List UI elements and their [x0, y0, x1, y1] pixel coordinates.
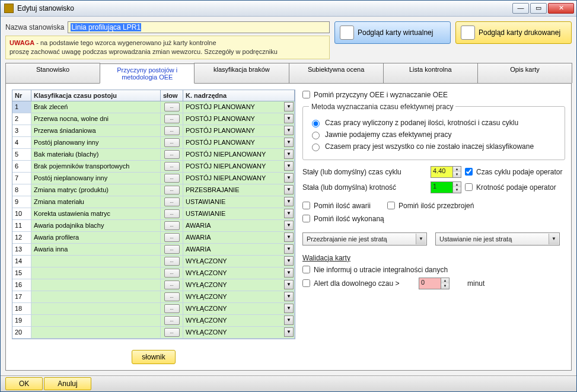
table-row[interactable]: 15...WYŁĄCZONY▼ — [12, 267, 295, 279]
dict-pick-button[interactable]: ... — [164, 209, 180, 218]
close-button[interactable]: ✕ — [548, 3, 574, 14]
dict-pick-button[interactable]: ... — [164, 257, 180, 266]
select-changeover[interactable]: Przezbrajanie nie jest stratą▼ — [302, 232, 427, 246]
cell-klas[interactable]: Brak pojemników transportowych — [31, 161, 161, 172]
chevron-down-icon[interactable]: ▼ — [284, 197, 294, 206]
minimize-button[interactable]: — — [512, 3, 529, 14]
table-row[interactable]: 1Brak zleceń...POSTÓJ PLANOWANY▼ — [12, 101, 295, 113]
chevron-down-icon[interactable]: ▼ — [284, 292, 294, 301]
chevron-down-icon[interactable]: ▼ — [284, 209, 294, 218]
cell-knad[interactable]: USTAWIANIE▼ — [183, 196, 295, 208]
table-row[interactable]: 16...WYŁĄCZONY▼ — [12, 279, 295, 291]
cell-knad[interactable]: AWARIA▼ — [183, 232, 295, 243]
col-header-slow[interactable]: słow — [161, 90, 183, 101]
cell-knad[interactable]: WYŁĄCZONY▼ — [183, 279, 295, 291]
table-row[interactable]: 7Postój nieplanowany inny...POSTÓJ NIEPL… — [12, 173, 295, 184]
table-row[interactable]: 9Zmiana materiału...USTAWIANIE▼ — [12, 196, 295, 208]
tab-2[interactable]: klasyfikacja braków — [194, 63, 289, 83]
table-row[interactable]: 6Brak pojemników transportowych...POSTÓJ… — [12, 161, 295, 173]
preview-virtual-button[interactable]: Podgląd karty wirtualnej — [334, 21, 451, 44]
slownik-button[interactable]: słownik — [132, 350, 175, 364]
chevron-down-icon[interactable]: ▼ — [284, 280, 294, 289]
chevron-down-icon[interactable]: ▼ — [284, 315, 294, 325]
cell-klas[interactable]: Awaria podajnika blachy — [31, 220, 161, 231]
cell-klas[interactable] — [31, 303, 161, 314]
tab-1[interactable]: Przyczyny postojów i metodologia OEE — [100, 63, 195, 84]
spin-down-icon[interactable]: ▼ — [452, 187, 461, 193]
chevron-down-icon[interactable]: ▼ — [284, 102, 294, 111]
chevron-down-icon[interactable]: ▼ — [284, 304, 294, 313]
cell-knad[interactable]: WYŁĄCZONY▼ — [183, 291, 295, 302]
tab-0[interactable]: Stanowisko — [5, 63, 100, 83]
cell-knad[interactable]: POSTÓJ PLANOWANY▼ — [183, 137, 295, 148]
dict-pick-button[interactable]: ... — [164, 292, 180, 301]
cell-klas[interactable]: Postój nieplanowany inny — [31, 173, 161, 184]
dict-pick-button[interactable]: ... — [164, 304, 180, 313]
chevron-down-icon[interactable]: ▼ — [284, 327, 294, 337]
mult-input[interactable]: 1 ▲▼ — [431, 181, 461, 193]
spin-down-icon[interactable]: ▼ — [441, 283, 449, 289]
table-row[interactable]: 13Awaria inna...AWARIA▼ — [12, 244, 295, 256]
cell-klas[interactable]: Awaria profilera — [31, 232, 161, 243]
cell-klas[interactable] — [31, 327, 161, 338]
chevron-down-icon[interactable]: ▼ — [284, 126, 294, 135]
dict-pick-button[interactable]: ... — [164, 103, 180, 111]
valid-alert-checkbox[interactable]: Alert dla dowolnego czau > — [302, 279, 415, 288]
dict-pick-button[interactable]: ... — [164, 269, 180, 278]
mult-operator-checkbox[interactable]: Krotność podaje operator — [465, 183, 556, 192]
method-radio-0[interactable]: Czas pracy wyliczony z podanej ilości, k… — [309, 118, 559, 128]
dict-pick-button[interactable]: ... — [164, 281, 180, 289]
table-row[interactable]: 3Przerwa śniadaniowa...POSTÓJ PLANOWANY▼ — [12, 125, 295, 137]
cell-knad[interactable]: USTAWIANIE▼ — [183, 208, 295, 219]
cell-knad[interactable]: POSTÓJ NIEPLANOWANY▼ — [183, 161, 295, 172]
cell-knad[interactable]: POSTÓJ PLANOWANY▼ — [183, 101, 295, 113]
col-header-nr[interactable]: Nr — [12, 90, 31, 101]
dict-pick-button[interactable]: ... — [164, 233, 180, 242]
dict-pick-button[interactable]: ... — [164, 316, 180, 325]
chevron-down-icon[interactable]: ▼ — [284, 114, 294, 123]
table-row[interactable]: 19...WYŁĄCZONY▼ — [12, 315, 295, 327]
cell-klas[interactable]: Zmiana materiału — [31, 196, 161, 208]
skip-oee-checkbox[interactable]: Pomiń przyczyny OEE i wyznaczanie OEE — [302, 91, 565, 99]
chevron-down-icon[interactable]: ▼ — [284, 244, 294, 254]
cell-knad[interactable]: POSTÓJ NIEPLANOWANY▼ — [183, 173, 295, 184]
dict-pick-button[interactable]: ... — [164, 174, 180, 183]
cell-klas[interactable]: Awaria inna — [31, 244, 161, 255]
cell-klas[interactable]: Zmiana matryc (produktu) — [31, 184, 161, 196]
table-row[interactable]: 14...WYŁĄCZONY▼ — [12, 256, 295, 267]
cell-klas[interactable] — [31, 291, 161, 302]
select-setup[interactable]: Ustawianie nie jest stratą▼ — [435, 232, 560, 246]
cell-klas[interactable]: Korekta ustawienia matryc — [31, 208, 161, 219]
cycle-operator-checkbox[interactable]: Czas cyklu podaje operator — [465, 168, 562, 176]
cell-knad[interactable]: WYŁĄCZONY▼ — [183, 315, 295, 326]
method-radio-2[interactable]: Czasem pracy jest wszystko co nie został… — [309, 142, 559, 151]
dict-pick-button[interactable]: ... — [164, 328, 180, 337]
table-row[interactable]: 4Postój planowany inny...POSTÓJ PLANOWAN… — [12, 137, 295, 149]
chevron-down-icon[interactable]: ▼ — [284, 173, 294, 183]
spin-up-icon[interactable]: ▲ — [452, 182, 461, 187]
col-header-knad[interactable]: K. nadrzędna — [183, 90, 295, 101]
table-row[interactable]: 18...WYŁĄCZONY▼ — [12, 303, 295, 315]
cell-klas[interactable] — [31, 256, 161, 267]
dict-pick-button[interactable]: ... — [164, 138, 180, 147]
chevron-down-icon[interactable]: ▼ — [284, 221, 294, 230]
table-row[interactable]: 10Korekta ustawienia matryc...USTAWIANIE… — [12, 208, 295, 220]
cell-klas[interactable]: Bak materiału (blachy) — [31, 149, 161, 160]
cell-klas[interactable] — [31, 315, 161, 326]
chevron-down-icon[interactable]: ▼ — [284, 232, 294, 242]
cancel-button[interactable]: Anuluj — [44, 377, 91, 390]
chevron-down-icon[interactable]: ▼ — [284, 185, 294, 195]
valid-integrity-checkbox[interactable]: Nie informuj o utracie integralności dan… — [302, 266, 565, 274]
name-input[interactable]: Linia profilująca LPR1 — [68, 21, 330, 33]
tab-5[interactable]: Opis karty — [477, 63, 572, 83]
table-row[interactable]: 11Awaria podajnika blachy...AWARIA▼ — [12, 220, 295, 232]
table-row[interactable]: 12Awaria profilera...AWARIA▼ — [12, 232, 295, 244]
chevron-down-icon[interactable]: ▼ — [284, 256, 294, 266]
cell-knad[interactable]: AWARIA▼ — [183, 244, 295, 255]
method-radio-1[interactable]: Jawnie podajemy czas efektywnej pracy — [309, 130, 559, 139]
spin-down-icon[interactable]: ▼ — [452, 172, 461, 177]
dict-pick-button[interactable]: ... — [164, 245, 180, 254]
ok-button[interactable]: OK — [5, 377, 43, 390]
chevron-down-icon[interactable]: ▼ — [284, 268, 294, 278]
skip-change-checkbox[interactable]: Pomiń ilość przezbrojeń — [387, 202, 474, 210]
